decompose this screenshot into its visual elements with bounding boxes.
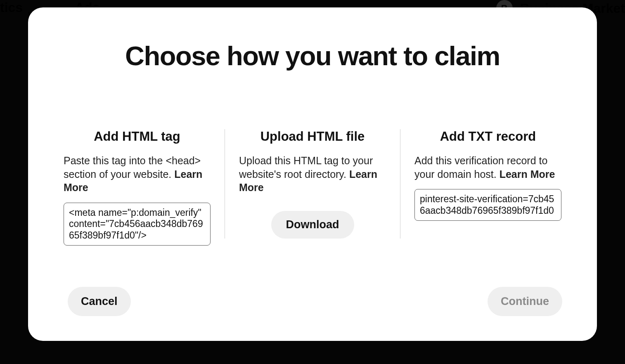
modal-title: Choose how you want to claim [53, 40, 572, 71]
option-add-txt-record[interactable]: Add TXT record Add this verification rec… [400, 129, 561, 246]
cancel-button[interactable]: Cancel [68, 287, 131, 316]
txt-record-code[interactable]: pinterest-site-verification=7cb456aacb34… [414, 189, 561, 221]
modal-overlay: Choose how you want to claim Add HTML ta… [0, 0, 625, 364]
modal-footer: Cancel Continue [68, 287, 562, 316]
option-description: Paste this tag into the <head> section o… [64, 154, 211, 194]
claim-options-row: Add HTML tag Paste this tag into the <he… [64, 129, 561, 246]
html-tag-code[interactable]: <meta name="p:domain_verify" content="7c… [64, 203, 211, 246]
option-title: Add HTML tag [64, 129, 211, 144]
download-button[interactable]: Download [271, 211, 354, 239]
continue-button[interactable]: Continue [488, 287, 562, 316]
option-upload-html-file[interactable]: Upload HTML file Upload this HTML tag to… [225, 129, 400, 246]
option-add-html-tag[interactable]: Add HTML tag Paste this tag into the <he… [64, 129, 225, 246]
claim-method-modal: Choose how you want to claim Add HTML ta… [28, 7, 597, 341]
option-title: Add TXT record [414, 129, 561, 144]
learn-more-link[interactable]: Learn More [500, 168, 555, 180]
option-description: Add this verification record to your dom… [414, 154, 561, 181]
option-title: Upload HTML file [239, 129, 386, 144]
option-description: Upload this HTML tag to your website's r… [239, 154, 386, 194]
